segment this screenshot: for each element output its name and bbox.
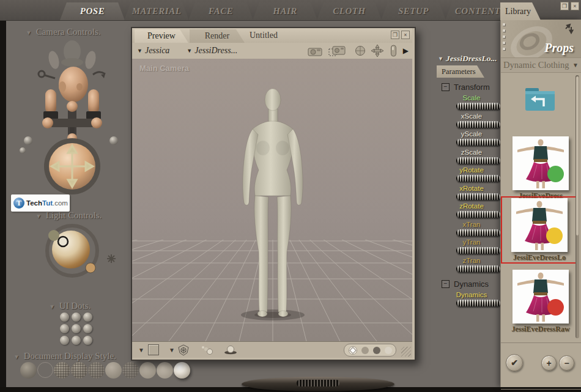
rotate-arrow-icon[interactable]	[93, 72, 105, 78]
group-dynamics[interactable]: − Dynamics	[442, 279, 501, 289]
doc-maximize-icon[interactable]: ❐	[391, 31, 399, 39]
library-scrollbar[interactable]	[575, 75, 579, 338]
right-hand-camera-icon[interactable]	[84, 50, 98, 70]
tab-preview[interactable]: Preview	[135, 29, 188, 43]
camera-dot-3[interactable]	[373, 347, 380, 354]
light-controls-graphic[interactable]	[18, 220, 122, 281]
zrotate-dial[interactable]	[456, 211, 500, 218]
tab-hair[interactable]: HAIR	[253, 2, 317, 20]
display-style-label[interactable]: ▼ Document Display Style.	[13, 351, 116, 361]
ytran-dial[interactable]	[456, 247, 500, 254]
ui-drawer-handle[interactable]	[242, 377, 394, 391]
ui-dot[interactable]	[83, 312, 92, 322]
display-style-smooth-shaded[interactable]	[157, 362, 173, 379]
library-folder-dropdown[interactable]: Dynamic Clothing ▼	[501, 58, 581, 73]
figure-select-menu[interactable]: ▼ Jessica	[137, 46, 169, 56]
camera-view-icon[interactable]	[307, 46, 323, 56]
display-style-silhouette[interactable]	[20, 362, 37, 379]
tab-pose[interactable]: POSE	[60, 2, 125, 20]
library-item-jessievedressraw[interactable]: JessiEveDressRaw	[505, 270, 576, 334]
display-style-flat-lined[interactable]	[122, 362, 139, 379]
maximize-icon[interactable]: ❐	[560, 2, 569, 10]
camera-ball-small[interactable]	[20, 147, 26, 153]
ui-dot[interactable]	[83, 324, 92, 333]
display-style-lit-wireframe[interactable]	[88, 362, 105, 379]
prop-select-menu[interactable]: ▼ JessiDress...	[187, 46, 237, 56]
tab-material[interactable]: MATERIAL	[124, 2, 189, 20]
group-transform[interactable]: − Transform	[442, 83, 501, 92]
light-dot-selected[interactable]	[58, 237, 68, 246]
tab-setup[interactable]: SETUP	[381, 2, 446, 20]
tab-cloth[interactable]: CLOTH	[317, 2, 382, 20]
scale-dial[interactable]	[456, 103, 500, 109]
close-icon[interactable]: ×	[571, 2, 579, 10]
top-camera-icon[interactable]	[61, 40, 83, 67]
tab-face[interactable]: FACE	[188, 2, 253, 20]
xrotate-dial[interactable]	[456, 193, 500, 200]
light-dot-2[interactable]	[86, 263, 95, 273]
ztran-dial[interactable]	[456, 265, 500, 272]
trackball-icon[interactable]	[355, 45, 366, 56]
camera-frame-icon[interactable]	[328, 45, 346, 57]
shadow-toggle-icon[interactable]	[223, 345, 238, 355]
apply-check-button[interactable]: ✔	[506, 354, 523, 371]
xtran-dial[interactable]	[456, 229, 500, 236]
ui-dot[interactable]	[60, 312, 69, 322]
tab-render[interactable]: Render	[190, 29, 245, 43]
library-item-jessievedresslo[interactable]: JessiEveDressLo	[501, 196, 578, 264]
ui-dots-label[interactable]: ▼ UI Dots.	[49, 301, 91, 311]
ui-dot[interactable]	[72, 324, 81, 333]
collapse-box-icon[interactable]: −	[442, 280, 450, 288]
display-style-texture-shaded[interactable]	[174, 362, 190, 379]
display-style-outline[interactable]	[37, 362, 53, 378]
bg-color-menu-icon[interactable]: ▼	[138, 347, 144, 353]
key-icon[interactable]	[39, 71, 55, 78]
depth-cue-icon[interactable]	[200, 345, 213, 355]
light-dot-1[interactable]	[48, 230, 59, 241]
folder-up-icon[interactable]	[524, 86, 556, 113]
display-style-cartoon[interactable]	[139, 362, 156, 379]
scrollbar-handle[interactable]	[576, 76, 579, 235]
xscale-dial[interactable]	[456, 121, 500, 128]
face-camera-icon[interactable]	[59, 67, 88, 102]
yscale-dial[interactable]	[456, 139, 500, 146]
ui-dot[interactable]	[72, 336, 81, 345]
camera-ball-left[interactable]	[24, 136, 32, 145]
camera-trackball[interactable]	[44, 138, 100, 194]
bg-color-swatch[interactable]	[148, 344, 159, 355]
left-hand-camera-icon[interactable]	[47, 50, 61, 70]
light-controls-label[interactable]: ▼ Light Controls.	[35, 210, 102, 221]
display-style-hidden-line[interactable]	[71, 362, 87, 379]
doc-close-icon[interactable]: ×	[401, 31, 410, 39]
ui-dot[interactable]	[83, 336, 92, 345]
document-titlebar[interactable]: Preview Render Untitled ❐ ×	[132, 28, 412, 43]
camera-ball-right[interactable]	[109, 136, 118, 145]
left-hand-icon[interactable]	[43, 89, 58, 119]
capsule-icon[interactable]	[390, 45, 397, 57]
zscale-dial[interactable]	[456, 157, 500, 164]
camera-controls-graphic[interactable]	[6, 35, 131, 196]
display-style-flat-shaded[interactable]	[105, 362, 122, 379]
display-style-wireframe[interactable]	[54, 362, 70, 379]
resize-grip[interactable]	[401, 347, 411, 357]
swap-arrows-icon[interactable]	[564, 23, 575, 34]
yrotate-dial[interactable]	[456, 175, 500, 182]
move-cross-icon[interactable]	[371, 44, 384, 57]
remove-from-library-button[interactable]: −	[559, 355, 574, 371]
next-arrow-icon[interactable]: ▶	[403, 46, 409, 55]
camera-dot-4[interactable]	[385, 347, 392, 354]
collapse-box-icon[interactable]: −	[442, 83, 450, 91]
camera-dot-1[interactable]	[349, 346, 357, 355]
camera-dot-2[interactable]	[361, 347, 369, 354]
dynamics-dial[interactable]	[456, 300, 500, 306]
ui-dot[interactable]	[60, 336, 69, 345]
right-hand-icon[interactable]	[86, 89, 101, 119]
add-to-library-button[interactable]: +	[541, 355, 557, 371]
ui-dot[interactable]	[72, 312, 81, 322]
library-item-jessievedress[interactable]: JessiEveDress	[505, 136, 576, 201]
tab-parameters[interactable]: Parameters	[437, 65, 484, 78]
preview-viewport[interactable]: Main Camera	[132, 59, 412, 341]
tracking-menu-icon[interactable]: ▼	[169, 347, 175, 353]
sun-icon[interactable]	[107, 254, 116, 263]
ui-dot[interactable]	[60, 324, 69, 333]
